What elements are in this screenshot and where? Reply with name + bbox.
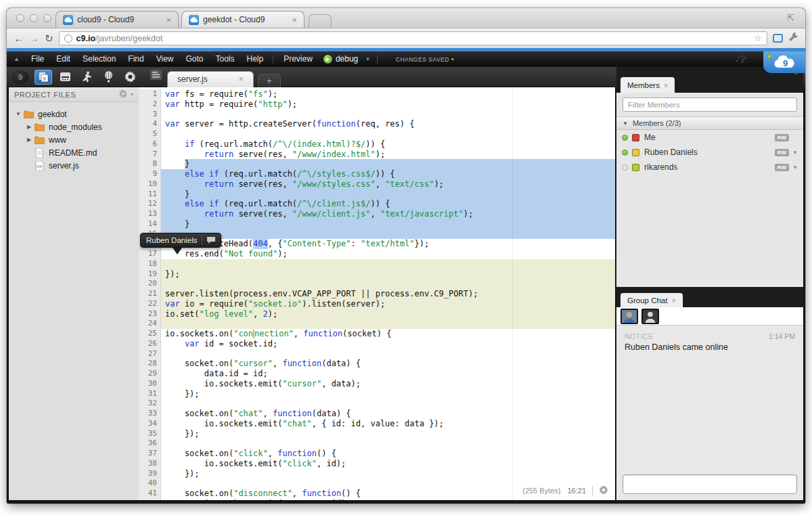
tab-close-icon[interactable]: × <box>166 15 171 25</box>
code-line[interactable]: 20 <box>139 279 615 289</box>
tree-item-geekdot[interactable]: ▼geekdot <box>9 108 139 120</box>
code-line[interactable]: 36 <box>139 439 615 449</box>
permission-badge[interactable]: RW <box>775 164 789 171</box>
code-line[interactable]: 18 <box>139 259 615 269</box>
code-line[interactable]: 31 }); <box>139 389 615 399</box>
cloud9-home-icon[interactable]: 9 <box>12 70 28 84</box>
code-line[interactable]: 38 io.sockets.emit("click", id); <box>139 459 615 469</box>
chat-bubble-icon[interactable] <box>207 234 215 246</box>
menu-view[interactable]: View <box>150 54 180 64</box>
project-files-icon[interactable]: 9 <box>35 70 52 85</box>
expand-icon[interactable]: ▶ <box>25 124 33 130</box>
code-line[interactable]: 5 <box>139 129 615 139</box>
code-line[interactable]: 34 io.sockets.emit("chat", { id: id, val… <box>139 419 615 429</box>
site-info-icon[interactable] <box>64 35 72 43</box>
menu-selection[interactable]: Selection <box>76 54 122 64</box>
screenshot-extension-icon[interactable] <box>773 34 783 43</box>
member-row-ruben-daniels[interactable]: Ruben DanielsRW▼ <box>616 145 803 160</box>
code-line[interactable]: 4var server = http.createServer(function… <box>139 119 615 129</box>
code-line[interactable]: 30 io.sockets.emit("cursor", data); <box>139 379 615 389</box>
code-line[interactable]: 13 return serve(res, "/www/client.js", "… <box>139 209 615 219</box>
avatar-ruben[interactable] <box>621 309 638 324</box>
avatar-placeholder[interactable] <box>641 309 659 324</box>
wrench-menu-icon[interactable] <box>788 32 798 45</box>
forward-icon[interactable]: → <box>29 33 39 43</box>
member-row-rikarends[interactable]: rikarendsRW▼ <box>616 160 803 175</box>
menu-edit[interactable]: Edit <box>50 54 76 64</box>
code-line[interactable]: 37 socket.on("click", function() { <box>139 449 615 459</box>
collapse-menubar-icon[interactable]: ▲ <box>14 55 20 62</box>
code-line[interactable]: 8 } <box>139 159 615 169</box>
code-line[interactable]: 24 <box>139 319 615 329</box>
code-line[interactable]: 27 <box>139 349 615 359</box>
editor-settings-gear-icon[interactable] <box>599 485 608 496</box>
tree-item-server.js[interactable]: <>server.js <box>9 159 139 172</box>
code-line[interactable]: 26 var id = socket.id; <box>139 339 615 349</box>
member-dropdown-icon[interactable]: ▼ <box>792 164 798 171</box>
preview-button[interactable]: Preview <box>277 54 319 64</box>
menu-goto[interactable]: Goto <box>179 54 209 64</box>
editor-tab-serverjs[interactable]: server.js × <box>167 71 254 87</box>
menu-file[interactable]: File <box>25 54 50 64</box>
window-zoom-button[interactable] <box>43 14 51 22</box>
deploy-icon[interactable] <box>56 70 74 85</box>
code-line[interactable]: 9 else if (req.url.match(/^\/styles.css$… <box>139 169 615 179</box>
code-line[interactable]: 29 data.id = id; <box>139 369 615 379</box>
code-line[interactable]: 39 }); <box>139 469 615 479</box>
code-editor[interactable]: 1var fs = require("fs");2var http = requ… <box>139 87 615 500</box>
code-line[interactable]: 21server.listen(process.env.VCAP_APP_POR… <box>139 289 615 299</box>
code-line[interactable]: 33 socket.on("chat", function(data) { <box>139 409 615 419</box>
group-chat-tab[interactable]: Group Chat× <box>621 293 683 307</box>
browser-tab-cloud9[interactable]: cloud9 - Cloud9 × <box>55 11 179 28</box>
code-line[interactable]: 11 } <box>139 189 615 200</box>
collapse-icon[interactable]: ▼ <box>14 111 22 117</box>
code-line[interactable]: 23io.set("log level", 2); <box>139 309 615 319</box>
window-close-button[interactable] <box>16 14 24 22</box>
section-collapse-icon[interactable]: ▼ <box>623 120 628 127</box>
code-line[interactable]: 1var fs = require("fs"); <box>139 89 615 99</box>
menu-tools[interactable]: Tools <box>209 54 240 64</box>
menu-find[interactable]: Find <box>122 54 150 64</box>
panel-gear-icon[interactable] <box>119 89 129 101</box>
new-tab-button[interactable] <box>309 14 332 28</box>
code-line[interactable]: 42 io.sockets.emit("remove", id); <box>139 499 615 500</box>
tab-close-icon[interactable]: × <box>671 296 675 305</box>
code-line[interactable]: 12 else if (req.url.match(/^\/client.js$… <box>139 199 615 209</box>
members-section-header[interactable]: ▼ Members (2/3) <box>616 116 803 130</box>
code-line[interactable]: 2var http = require("http"); <box>139 99 615 110</box>
tab-close-icon[interactable]: × <box>292 15 297 25</box>
debug-dropdown-icon[interactable]: ▾ <box>362 55 374 62</box>
expand-window-icon[interactable]: ⇱ <box>787 13 794 23</box>
tab-close-icon[interactable]: × <box>239 74 244 84</box>
tab-close-icon[interactable]: × <box>664 81 668 89</box>
tab-list-icon[interactable] <box>150 70 162 83</box>
bookmark-star-icon[interactable]: ☆ <box>754 33 762 43</box>
member-dropdown-icon[interactable]: ▼ <box>792 150 798 156</box>
cloud9-logo[interactable]: 9 <box>763 51 805 73</box>
code-line[interactable]: 7 return serve(res, "/www/index.html"); <box>139 150 615 160</box>
tree-item-node_modules[interactable]: ▶node_modules <box>9 120 139 133</box>
code-line[interactable]: 19}); <box>139 269 615 279</box>
member-row-me[interactable]: MeRW <box>616 130 803 145</box>
new-editor-tab-button[interactable]: + <box>258 74 281 87</box>
code-line[interactable]: 6 if (req.url.match(/^\/(index.html)?$/)… <box>139 139 615 150</box>
debug-button[interactable]: ▶ debug <box>319 54 362 64</box>
tree-item-www[interactable]: ▶www <box>9 133 139 146</box>
address-bar[interactable]: c9.io /javruben/geekdot ☆ <box>59 31 767 45</box>
back-icon[interactable]: ← <box>14 33 24 43</box>
filter-members-input[interactable] <box>623 97 797 112</box>
members-tab[interactable]: Members× <box>621 77 675 93</box>
code-line[interactable]: 25io.sockets.on("connection", function(s… <box>139 329 615 339</box>
run-debug-icon[interactable] <box>78 70 95 85</box>
chat-message-input[interactable] <box>623 474 797 494</box>
code-line[interactable]: 3 <box>139 110 615 120</box>
code-line[interactable]: 22var io = require("socket.io").listen(s… <box>139 299 615 309</box>
code-line[interactable]: 28 socket.on("cursor", function(data) { <box>139 359 615 369</box>
code-line[interactable]: 35 }); <box>139 429 615 439</box>
reload-icon[interactable]: ↻ <box>45 33 53 43</box>
preferences-gear-icon[interactable] <box>121 70 139 85</box>
permission-badge[interactable]: RW <box>775 149 789 156</box>
browser-tab-geekdot[interactable]: geekdot - Cloud9 × <box>181 11 304 28</box>
expand-icon[interactable]: ▶ <box>25 137 33 143</box>
permission-badge[interactable]: RW <box>775 134 789 141</box>
